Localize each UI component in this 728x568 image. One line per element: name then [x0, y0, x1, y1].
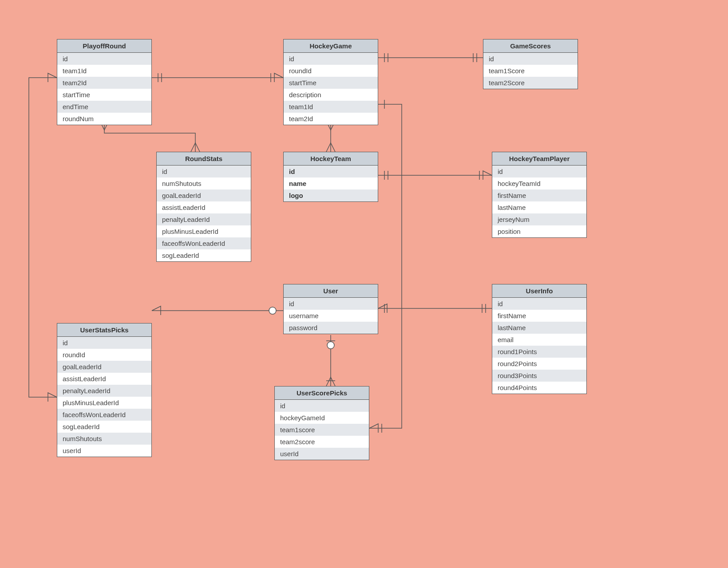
entity-field: team1Id	[284, 101, 378, 113]
entity-field: id	[284, 53, 378, 65]
entity-hockeyGame[interactable]: HockeyGameidroundIdstartTimedescriptiont…	[283, 39, 378, 125]
entity-field: roundNum	[57, 113, 151, 125]
entity-field: round2Points	[492, 358, 586, 370]
entity-field: assistLeaderId	[57, 373, 151, 385]
entity-field: team1Score	[483, 65, 578, 77]
entity-field: faceoffsWonLeaderId	[57, 409, 151, 421]
entity-field: name	[284, 178, 378, 189]
entity-field: plusMinusLeaderId	[57, 397, 151, 409]
entity-field: id	[157, 166, 251, 178]
entity-field: sogLeaderId	[57, 421, 151, 433]
entity-header: HockeyTeamPlayer	[492, 152, 586, 166]
entity-header: HockeyGame	[284, 39, 378, 53]
entity-field: endTime	[57, 101, 151, 113]
entity-field: roundId	[57, 349, 151, 361]
entity-field: id	[284, 166, 378, 178]
entity-field: lastName	[492, 201, 586, 213]
diagram-canvas: PlayoffRoundidteam1Idteam2IdstartTimeend…	[0, 0, 728, 568]
entity-field: email	[492, 334, 586, 346]
entity-hockeyTeam[interactable]: HockeyTeamidnamelogo	[283, 152, 378, 202]
entity-field: id	[483, 53, 578, 65]
entity-field: id	[57, 53, 151, 65]
entity-roundStats[interactable]: RoundStatsidnumShutoutsgoalLeaderIdassis…	[156, 152, 251, 262]
entity-field: round3Points	[492, 370, 586, 382]
entity-header: PlayoffRound	[57, 39, 151, 53]
entity-header: HockeyTeam	[284, 152, 378, 166]
entity-field: team2score	[275, 436, 369, 448]
entity-playoffRound[interactable]: PlayoffRoundidteam1Idteam2IdstartTimeend…	[57, 39, 152, 125]
entity-field: startTime	[57, 89, 151, 101]
entity-field: roundId	[284, 65, 378, 77]
entity-field: firstName	[492, 310, 586, 322]
entity-header: RoundStats	[157, 152, 251, 166]
entity-header: User	[284, 284, 378, 298]
entity-field: userId	[57, 445, 151, 457]
entity-field: id	[57, 337, 151, 349]
entity-gameScores[interactable]: GameScoresidteam1Scoreteam2Score	[483, 39, 578, 89]
entity-field: hockeyGameId	[275, 412, 369, 424]
entity-field: assistLeaderId	[157, 201, 251, 213]
entity-field: round1Points	[492, 346, 586, 358]
entity-field: team1score	[275, 424, 369, 436]
entity-field: startTime	[284, 77, 378, 89]
entity-header: UserInfo	[492, 284, 586, 298]
entity-field: id	[275, 400, 369, 412]
entity-field: logo	[284, 189, 378, 201]
entity-field: id	[284, 298, 378, 310]
entity-field: lastName	[492, 322, 586, 334]
entity-field: plusMinusLeaderId	[157, 225, 251, 237]
entity-userInfo[interactable]: UserInfoidfirstNamelastNameemailround1Po…	[492, 284, 587, 394]
entity-userScorePicks[interactable]: UserScorePicksidhockeyGameIdteam1scorete…	[274, 386, 369, 460]
entity-user[interactable]: Useridusernamepassword	[283, 284, 378, 334]
entity-field: numShutouts	[57, 433, 151, 445]
entity-field: hockeyTeamId	[492, 178, 586, 189]
entity-header: UserStatsPicks	[57, 323, 151, 337]
entity-field: sogLeaderId	[157, 249, 251, 261]
entity-field: password	[284, 322, 378, 334]
entity-header: UserScorePicks	[275, 387, 369, 400]
entity-field: firstName	[492, 189, 586, 201]
entity-field: position	[492, 225, 586, 237]
entity-field: goalLeaderId	[157, 189, 251, 201]
entity-field: description	[284, 89, 378, 101]
svg-point-23	[327, 342, 334, 349]
svg-point-17	[269, 307, 276, 314]
entity-field: team1Id	[57, 65, 151, 77]
entity-field: username	[284, 310, 378, 322]
entity-field: team2Id	[284, 113, 378, 125]
entity-field: jerseyNum	[492, 213, 586, 225]
entity-field: penaltyLeaderId	[57, 385, 151, 397]
entity-hockeyTeamPlayer[interactable]: HockeyTeamPlayeridhockeyTeamIdfirstNamel…	[492, 152, 587, 238]
entity-field: goalLeaderId	[57, 361, 151, 373]
entity-field: id	[492, 298, 586, 310]
entity-header: GameScores	[483, 39, 578, 53]
entity-userStatsPicks[interactable]: UserStatsPicksidroundIdgoalLeaderIdassis…	[57, 323, 152, 457]
entity-field: numShutouts	[157, 178, 251, 189]
entity-field: penaltyLeaderId	[157, 213, 251, 225]
entity-field: faceoffsWonLeaderId	[157, 237, 251, 249]
entity-field: round4Points	[492, 382, 586, 394]
entity-field: userId	[275, 448, 369, 460]
entity-field: id	[492, 166, 586, 178]
entity-field: team2Id	[57, 77, 151, 89]
entity-field: team2Score	[483, 77, 578, 89]
